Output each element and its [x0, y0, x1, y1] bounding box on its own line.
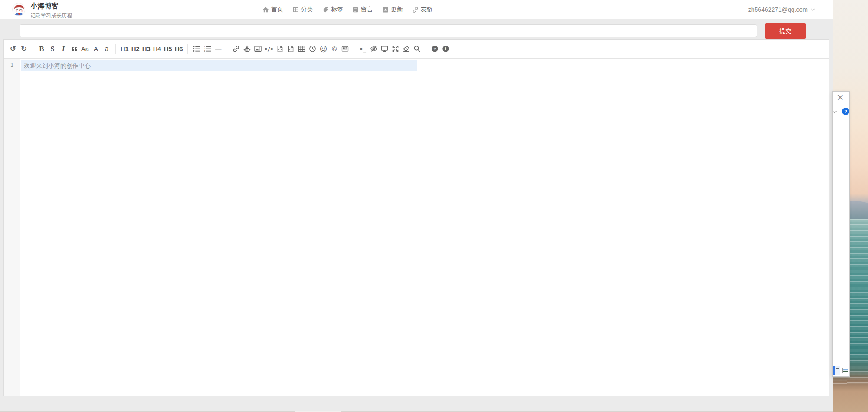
toolbar-pagebreak-button[interactable] — [340, 43, 350, 55]
pagebreak-icon — [341, 45, 349, 53]
h1-icon: H1 — [121, 45, 129, 53]
toolbar-list-ol-button[interactable]: 123 — [202, 43, 213, 55]
editor-toolbar: ↺↻BSIAaAaH1H2H3H4H5H6123—</>☺©>_?i — [4, 40, 829, 59]
toolbar-uppercase-button[interactable]: A — [91, 43, 101, 55]
toolbar-separator — [426, 44, 426, 54]
list-view-icon[interactable] — [833, 366, 840, 375]
toolbar-clear-button[interactable] — [401, 43, 412, 55]
chevron-down-icon[interactable] — [832, 109, 838, 115]
cartoon-avatar-logo — [13, 3, 25, 16]
toolbar-separator — [115, 44, 116, 54]
datetime-icon — [309, 45, 316, 53]
toolbar-undo-button[interactable]: ↺ — [8, 43, 18, 55]
help-badge-icon[interactable]: ? — [842, 108, 849, 115]
list-ol-icon: 123 — [204, 45, 211, 53]
editor-placeholder-text: 欢迎来到小海的创作中心 — [24, 62, 91, 70]
toolbar-bold-button[interactable]: B — [36, 43, 47, 55]
toolbar-table-button[interactable] — [297, 43, 307, 55]
toolbar-search-button[interactable] — [412, 43, 423, 55]
user-account-menu[interactable]: zh56462271@qq.com — [748, 0, 816, 19]
code-icon: </> — [264, 46, 274, 52]
nav-item-friend-links[interactable]: 友链 — [412, 6, 433, 13]
close-icon[interactable]: × — [836, 93, 844, 102]
comment-icon — [352, 7, 359, 13]
html-entities-icon: © — [332, 45, 337, 53]
markdown-source-pane[interactable] — [21, 59, 417, 396]
h4-icon: H4 — [153, 45, 161, 53]
toolbar-h3-button[interactable]: H3 — [141, 43, 151, 55]
nav-label: 首页 — [271, 6, 283, 13]
site-header: 小海博客 记录学习成长历程 首页分类标签留言更新友链 zh56462271@qq… — [0, 0, 833, 19]
toolbar-info-button[interactable]: i — [441, 43, 451, 55]
toolbar-h4-button[interactable]: H4 — [152, 43, 162, 55]
emoji-icon: ☺ — [320, 45, 328, 53]
toolbar-separator — [354, 44, 354, 54]
site-title: 小海博客 — [30, 2, 72, 11]
toolbar-h1-button[interactable]: H1 — [119, 43, 130, 55]
fullscreen-icon — [392, 45, 399, 53]
toolbar-hr-button[interactable]: — — [213, 43, 223, 55]
svg-text:?: ? — [434, 46, 436, 51]
submit-button[interactable]: 提交 — [765, 23, 806, 39]
image-view-icon[interactable] — [842, 368, 849, 373]
home-icon — [262, 7, 269, 13]
h2-icon: H2 — [131, 45, 140, 53]
ucwords-icon: Aa — [81, 45, 89, 53]
image-icon — [254, 45, 262, 53]
site-logo-avatar[interactable] — [12, 3, 25, 16]
toolbar-h5-button[interactable]: H5 — [163, 43, 173, 55]
toolbar-italic-button[interactable]: I — [58, 43, 69, 55]
category-icon — [292, 7, 299, 13]
toolbar-del-button[interactable]: S — [47, 43, 58, 55]
markdown-preview-pane[interactable] — [417, 59, 829, 396]
site-identity: 小海博客 记录学习成长历程 — [30, 2, 72, 20]
toolbar-separator — [187, 44, 188, 54]
toolbar-emoji-button[interactable]: ☺ — [318, 43, 329, 55]
panel-input-field[interactable] — [834, 119, 845, 131]
update-icon — [382, 7, 389, 13]
post-title-input[interactable] — [20, 24, 757, 37]
svg-text:i: i — [445, 46, 446, 51]
toolbar-quote-button[interactable] — [69, 43, 79, 55]
main-nav: 首页分类标签留言更新友链 — [262, 0, 433, 19]
nav-item-categories[interactable]: 分类 — [292, 6, 313, 13]
toolbar-fullscreen-button[interactable] — [390, 43, 401, 55]
toolbar-image-button[interactable] — [252, 43, 263, 55]
h6-icon: H6 — [175, 45, 183, 53]
lowercase-icon: a — [105, 45, 109, 53]
toolbar-h2-button[interactable]: H2 — [130, 43, 141, 55]
toolbar-list-ul-button[interactable] — [191, 43, 202, 55]
markdown-editor: ↺↻BSIAaAaH1H2H3H4H5H6123—</>☺©>_?i 1 欢迎来… — [3, 39, 829, 396]
table-icon — [298, 45, 305, 53]
toolbar-redo-button[interactable]: ↻ — [19, 43, 29, 55]
toolbar-code-block-button[interactable] — [286, 43, 296, 55]
preformatted-text-icon — [276, 45, 284, 53]
toolbar-ucwords-button[interactable]: Aa — [80, 43, 90, 55]
toolbar-reference-link-button[interactable] — [242, 43, 252, 55]
reference-link-icon — [243, 45, 251, 53]
nav-item-messages[interactable]: 留言 — [352, 6, 373, 13]
nav-item-home[interactable]: 首页 — [262, 6, 283, 13]
toolbar-datetime-button[interactable] — [308, 43, 318, 55]
toolbar-help-button[interactable]: ? — [430, 43, 440, 55]
toolbar-preformatted-text-button[interactable] — [275, 43, 285, 55]
clear-icon — [403, 45, 410, 53]
nav-label: 分类 — [301, 6, 313, 13]
user-email: zh56462271@qq.com — [748, 6, 808, 13]
toolbar-code-button[interactable]: </> — [263, 43, 275, 55]
link-icon — [233, 45, 240, 53]
toolbar-html-entities-button[interactable]: © — [329, 43, 340, 55]
floating-side-panel: × ? — [832, 91, 850, 377]
toolbar-lowercase-button[interactable]: a — [102, 43, 112, 55]
nav-item-tags[interactable]: 标签 — [322, 6, 343, 13]
list-ul-icon — [193, 45, 200, 53]
uppercase-icon: A — [94, 45, 98, 53]
toolbar-goto-line-button[interactable]: >_ — [358, 43, 368, 55]
redo-icon: ↻ — [21, 45, 27, 53]
toolbar-preview-button[interactable] — [380, 43, 390, 55]
toolbar-watch-button[interactable] — [369, 43, 379, 55]
nav-item-updates[interactable]: 更新 — [382, 6, 403, 13]
panel-view-switcher — [833, 366, 849, 375]
toolbar-link-button[interactable] — [231, 43, 241, 55]
toolbar-h6-button[interactable]: H6 — [174, 43, 184, 55]
